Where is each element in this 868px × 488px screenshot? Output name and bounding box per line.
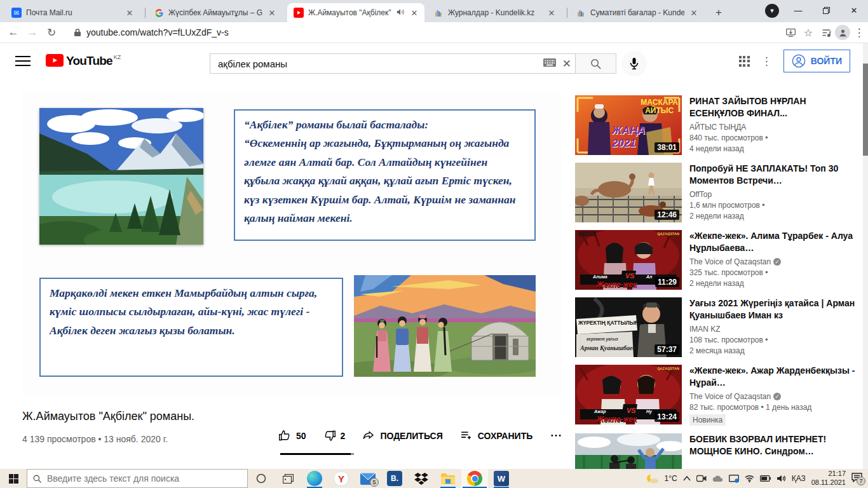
related-video-title[interactable]: РИНАТ ЗАЙЫТОВ НҰРЛАН ЕСЕНҚҰЛОВ ФИНАЛ...: [689, 95, 857, 119]
scrollbar-thumb[interactable]: [863, 64, 868, 156]
signin-button[interactable]: ВОЙТИ: [783, 50, 850, 72]
start-button[interactable]: [0, 469, 27, 488]
taskbar-clock[interactable]: 21:17 08.11.2021: [811, 470, 846, 487]
taskbar-mail-icon[interactable]: 5: [355, 469, 381, 488]
share-button[interactable]: ПОДЕЛИТЬСЯ: [362, 429, 442, 442]
wifi-icon[interactable]: [745, 475, 754, 482]
notification-center-button[interactable]: 7: [851, 473, 864, 484]
youtube-logo[interactable]: YouTube KZ: [46, 54, 121, 68]
browser-profile-badge[interactable]: ▼: [765, 4, 779, 18]
search-box[interactable]: ✕: [210, 53, 576, 74]
save-page-icon[interactable]: [782, 24, 799, 41]
video-actions: 50 2 ПОДЕЛИТЬСЯ СОХРАНИТЬ: [278, 429, 562, 442]
bookmark-star-icon[interactable]: ☆: [799, 24, 817, 41]
guide-menu-icon[interactable]: [15, 53, 31, 69]
lake-photo: [39, 108, 203, 245]
save-button[interactable]: СОХРАНИТЬ: [459, 429, 532, 442]
video-thumbnail[interactable]: QAZAQSTAN Алима VS Ал Жекпе-жек 11:29: [575, 230, 682, 290]
reload-button[interactable]: ↻: [42, 24, 61, 41]
window-close-button[interactable]: ✕: [840, 0, 868, 21]
weather-icon[interactable]: [645, 473, 659, 484]
dislike-button[interactable]: 2: [323, 429, 346, 442]
video-thumbnail[interactable]: QAZAQSTAN Ажар VS Ну Жекпе-жек 13:24: [575, 365, 682, 424]
related-video-item[interactable]: МАСКАРААЙТЫС ЖАҢА2021 38:01 РИНАТ ЗАЙЫТО…: [575, 95, 863, 155]
like-button[interactable]: 50: [278, 429, 306, 442]
tray-expand-icon[interactable]: [683, 476, 691, 481]
taskbar-yandex-icon[interactable]: Y: [328, 469, 355, 488]
related-video-title[interactable]: Уағыз 2021 Жүрегіңіз қатайса | Арман Қуа…: [689, 297, 857, 322]
search-input[interactable]: [218, 58, 543, 69]
related-video-title[interactable]: «Жекпе-жек». Ажар Жарденбекқызы - Нұрай…: [689, 365, 857, 389]
battery-icon[interactable]: [760, 475, 771, 482]
browser-menu-icon[interactable]: ⋮: [850, 24, 868, 41]
thumb-vs: VS: [627, 407, 636, 414]
task-view-button[interactable]: [275, 469, 301, 488]
like-ratio-bar: [280, 453, 354, 455]
taskbar-edge-icon[interactable]: [301, 469, 328, 488]
onedrive-icon[interactable]: [712, 475, 723, 482]
window-maximize-button[interactable]: [812, 0, 840, 21]
forward-button[interactable]: →: [23, 24, 42, 41]
channel-name[interactable]: АЙТЫС ТЫҢДА: [689, 123, 746, 132]
tab-kundelik-grades[interactable]: Сумативті бағалар - Kunde ✕: [569, 3, 704, 22]
tab-close-icon[interactable]: ✕: [689, 8, 699, 18]
language-indicator[interactable]: ҚАЗ: [792, 474, 806, 483]
related-video-title[interactable]: БОЕВИК ВЗОРВАЛ ИНТЕРНЕТ! МОЩНОЕ КИНО. Си…: [689, 433, 857, 458]
browser-avatar[interactable]: [835, 25, 850, 40]
tab-kundelik-journals[interactable]: Журналдар - Kundelik.kz ✕: [427, 3, 562, 22]
channel-name[interactable]: IMAN KZ: [689, 325, 721, 334]
related-video-title[interactable]: Попробуй НЕ ЗАПЛАКАТЬ! Топ 30 Моментов В…: [689, 163, 857, 187]
tab-close-icon[interactable]: ✕: [409, 8, 419, 18]
address-bar[interactable]: youtube.com/watch?v=fLUxZdF_v-s: [66, 24, 776, 41]
taskbar-search-input[interactable]: [47, 473, 225, 484]
tab-mail-ru[interactable]: ✉ Почта Mail.ru ✕: [5, 3, 140, 22]
taskbar-explorer-icon[interactable]: [435, 469, 461, 488]
related-video-item[interactable]: QAZAQSTAN Алима VS Ал Жекпе-жек 11:29 «Ж…: [575, 230, 863, 290]
window-minimize-button[interactable]: —: [784, 0, 812, 21]
youtube-apps-icon[interactable]: [739, 56, 750, 67]
video-thumbnail[interactable]: ЖҮРЕКТІҢ ҚАТТЫЛЫҒЫ керемет уағыз Арман Қ…: [575, 297, 682, 357]
cortana-button[interactable]: [248, 469, 275, 488]
channel-name[interactable]: The Voice of Qazaqstan: [689, 257, 771, 266]
tab-close-icon[interactable]: ✕: [125, 8, 135, 18]
temperature-text[interactable]: 1°C: [665, 474, 677, 483]
thumb-vs: VS: [625, 272, 635, 280]
taskbar-word-icon[interactable]: W: [488, 469, 515, 488]
tab-youtube-active[interactable]: Ж.Аймауытов "Ақбілек" ✕: [287, 3, 424, 22]
page-scrollbar[interactable]: [863, 43, 868, 469]
tab-audio-icon[interactable]: [396, 8, 405, 18]
volume-icon[interactable]: [776, 475, 786, 482]
media-controls-icon[interactable]: [817, 24, 835, 41]
search-button[interactable]: [576, 53, 616, 74]
taskbar-b-app-icon[interactable]: B.: [381, 469, 408, 488]
channel-name[interactable]: OffTop: [689, 190, 712, 199]
back-button[interactable]: ←: [4, 24, 23, 41]
video-player[interactable]: “Ақбілек” романы былай басталады: “Өскем…: [22, 92, 561, 395]
related-video-item[interactable]: QAZAQSTAN Ажар VS Ну Жекпе-жек 13:24 «Же…: [575, 365, 863, 426]
thumb-overlay-sub: керемет уағыз: [587, 337, 618, 341]
related-video-title[interactable]: «Жекпе-жек». Алима Тұрарбек - Алуа Нұрлы…: [689, 230, 857, 254]
meet-now-icon[interactable]: [696, 475, 707, 482]
tab-google-search[interactable]: Жүсіпбек Аймауытұлы – Goc ✕: [147, 3, 282, 22]
related-video-item[interactable]: 12:46 Попробуй НЕ ЗАПЛАКАТЬ! Топ 30 Моме…: [575, 163, 863, 222]
clear-search-icon[interactable]: ✕: [562, 57, 571, 71]
channel-name[interactable]: The Voice of Qazaqstan: [689, 392, 771, 401]
new-tab-button[interactable]: +: [710, 4, 727, 21]
taskbar-search-box[interactable]: [27, 469, 248, 488]
video-thumbnail[interactable]: 12:46: [575, 163, 682, 222]
display-project-icon[interactable]: [729, 475, 739, 483]
taskbar-dropbox-icon[interactable]: [408, 469, 435, 488]
url-text: youtube.com/watch?v=fLUxZdF_v-s: [86, 27, 229, 37]
virtual-keyboard-icon[interactable]: [543, 58, 556, 69]
video-age: 4 недели назад: [689, 144, 857, 153]
tab-close-icon[interactable]: ✕: [267, 8, 277, 18]
video-thumbnail[interactable]: [575, 433, 682, 469]
taskbar-chrome-icon[interactable]: [461, 469, 488, 488]
video-thumbnail[interactable]: МАСКАРААЙТЫС ЖАҢА2021 38:01: [575, 95, 682, 155]
tab-close-icon[interactable]: ✕: [546, 8, 557, 18]
related-video-item[interactable]: ЖҮРЕКТІҢ ҚАТТЫЛЫҒЫ керемет уағыз Арман Қ…: [575, 297, 863, 357]
voice-search-icon[interactable]: [621, 51, 647, 76]
related-video-item[interactable]: БОЕВИК ВЗОРВАЛ ИНТЕРНЕТ! МОЩНОЕ КИНО. Си…: [575, 433, 863, 469]
more-actions-button[interactable]: [549, 429, 563, 442]
youtube-settings-menu-icon[interactable]: ⋮: [761, 55, 772, 68]
